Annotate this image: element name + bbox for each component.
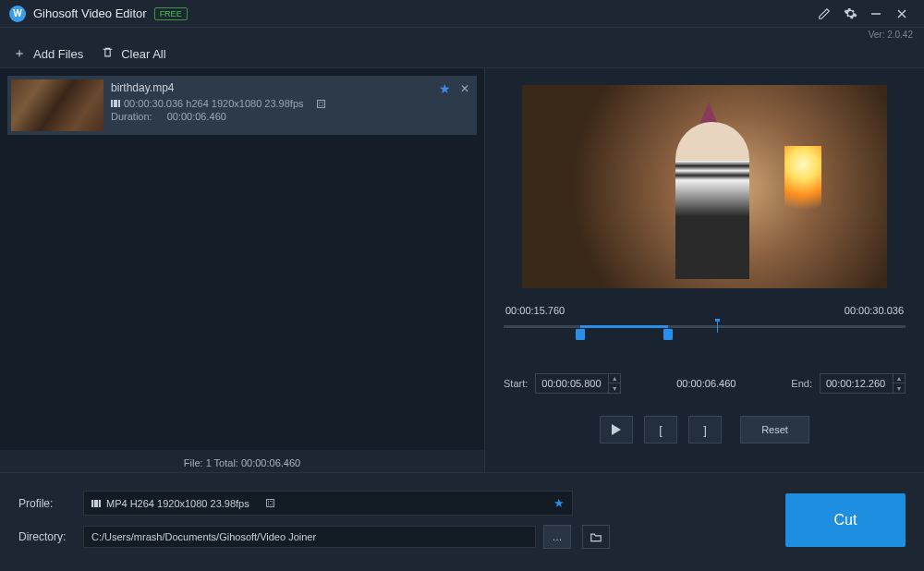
settings-gear-icon[interactable]: [837, 1, 863, 27]
file-meta: birthday.mp4 00:00:30.036 h264 1920x1080…: [103, 79, 473, 131]
directory-label: Directory:: [18, 530, 72, 543]
browse-button[interactable]: …: [543, 525, 571, 549]
total-time: 00:00:30.036: [845, 305, 904, 316]
clear-all-label: Clear All: [121, 47, 165, 61]
trash-icon: [102, 46, 114, 61]
resolution-icon: [266, 499, 274, 507]
duration-label: Duration:: [111, 111, 152, 122]
playhead-marker[interactable]: [717, 320, 718, 333]
end-handle[interactable]: [663, 329, 673, 340]
start-label: Start:: [504, 378, 528, 389]
file-info: 00:00:30.036 h264 1920x1080 23.98fps: [124, 98, 304, 109]
star-icon[interactable]: ★: [439, 81, 451, 96]
end-time-input[interactable]: [820, 373, 894, 394]
reset-button[interactable]: Reset: [740, 416, 809, 443]
mark-out-button[interactable]: ]: [688, 416, 722, 443]
plus-icon: ＋: [13, 45, 26, 62]
start-handle[interactable]: [576, 329, 585, 340]
profile-value: MP4 H264 1920x1080 23.98fps: [106, 498, 249, 509]
play-button[interactable]: [600, 416, 633, 443]
file-item[interactable]: birthday.mp4 00:00:30.036 h264 1920x1080…: [7, 76, 477, 135]
mark-in-button[interactable]: [: [644, 416, 677, 443]
end-spin-up[interactable]: ▲: [894, 374, 905, 383]
file-list-pane: birthday.mp4 00:00:30.036 h264 1920x1080…: [0, 68, 485, 472]
titlebar: W Gihosoft Video Editor FREE: [0, 0, 924, 28]
end-spin-down[interactable]: ▼: [894, 383, 905, 393]
playhead-time: 00:00:15.760: [505, 305, 565, 316]
version-label: Ver: 2.0.42: [0, 28, 924, 40]
start-spin-down[interactable]: ▼: [609, 383, 620, 393]
timeline-slider[interactable]: [504, 320, 906, 347]
free-badge: FREE: [154, 7, 188, 20]
app-logo-icon: W: [9, 6, 26, 22]
main-area: birthday.mp4 00:00:30.036 h264 1920x1080…: [0, 67, 924, 472]
remove-file-icon[interactable]: ✕: [460, 82, 469, 95]
duration-value: 00:00:06.460: [167, 111, 226, 122]
clear-all-button[interactable]: Clear All: [102, 46, 165, 61]
profile-label: Profile:: [18, 497, 72, 510]
star-icon[interactable]: ★: [553, 496, 565, 510]
start-spin-up[interactable]: ▲: [609, 374, 620, 383]
directory-input[interactable]: [83, 526, 536, 548]
file-stats: File: 1 Total: 00:00:06.460: [0, 450, 484, 472]
bottom-bar: Profile: MP4 H264 1920x1080 23.98fps ★ D…: [0, 472, 924, 566]
film-icon: [91, 500, 101, 507]
file-name: birthday.mp4: [111, 81, 466, 94]
open-folder-button[interactable]: [582, 525, 610, 549]
close-button[interactable]: [889, 1, 915, 27]
minimize-button[interactable]: [863, 1, 889, 27]
profile-select[interactable]: MP4 H264 1920x1080 23.98fps ★: [83, 491, 573, 516]
app-title: Gihosoft Video Editor: [33, 6, 147, 20]
edit-icon[interactable]: [811, 1, 837, 27]
add-files-label: Add Files: [33, 47, 83, 61]
video-preview[interactable]: [522, 85, 887, 288]
duration-display: 00:00:06.460: [676, 378, 736, 389]
film-icon: [111, 100, 120, 107]
resolution-icon: [317, 100, 325, 108]
end-label: End:: [791, 378, 812, 389]
add-files-button[interactable]: ＋ Add Files: [13, 45, 83, 62]
file-thumbnail: [11, 79, 103, 131]
cut-button[interactable]: Cut: [785, 493, 906, 547]
toolbar: ＋ Add Files Clear All: [0, 40, 924, 67]
start-time-input[interactable]: [535, 373, 609, 394]
preview-pane: 00:00:15.760 00:00:30.036 Start: ▲▼ 00:0…: [485, 68, 924, 472]
